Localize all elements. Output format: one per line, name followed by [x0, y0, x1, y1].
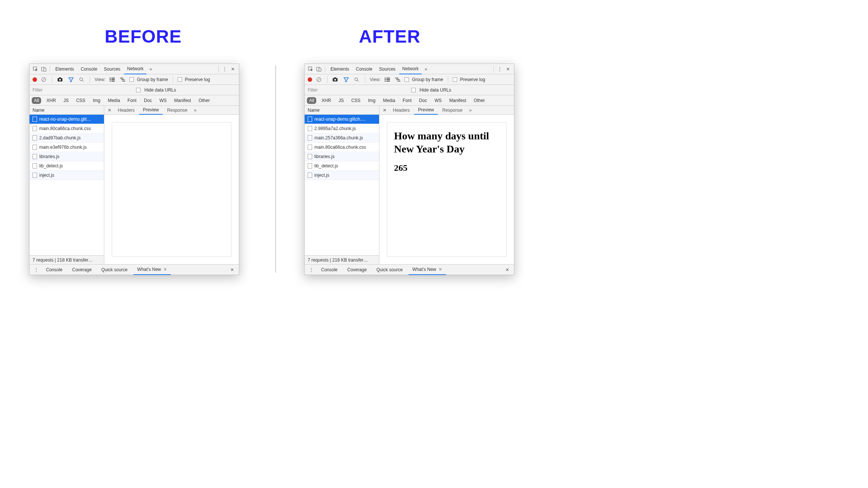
tab-elements[interactable]: Elements	[52, 64, 77, 74]
detail-close-icon[interactable]: ✕	[381, 106, 388, 114]
detail-tabs-overflow-icon[interactable]: »	[467, 108, 474, 113]
device-toolbar-icon[interactable]	[315, 65, 323, 73]
record-icon[interactable]	[33, 77, 37, 82]
tab-elements[interactable]: Elements	[327, 64, 352, 74]
type-manifest[interactable]: Manifest	[172, 97, 193, 104]
clear-icon[interactable]	[40, 76, 47, 83]
inspect-icon[interactable]	[307, 65, 314, 73]
type-js[interactable]: JS	[61, 97, 71, 104]
type-manifest[interactable]: Manifest	[447, 97, 468, 104]
detail-tab-preview[interactable]: Preview	[414, 106, 438, 115]
type-css[interactable]: CSS	[349, 97, 363, 104]
request-row[interactable]: lib_detect.js	[30, 161, 104, 171]
tab-network[interactable]: Network	[124, 64, 147, 74]
type-img[interactable]: Img	[366, 97, 378, 104]
view-list-icon[interactable]	[108, 76, 116, 83]
type-css[interactable]: CSS	[74, 97, 88, 104]
device-toolbar-icon[interactable]	[40, 65, 47, 73]
tab-sources[interactable]: Sources	[376, 64, 398, 74]
request-row[interactable]: main.80ca66ca.chunk.css	[305, 143, 379, 152]
screenshot-icon[interactable]	[57, 76, 64, 83]
hide-data-urls-checkbox[interactable]	[136, 88, 141, 92]
detail-tab-response[interactable]: Response	[163, 106, 191, 115]
record-icon[interactable]	[308, 77, 312, 82]
request-row[interactable]: inject.js	[305, 171, 379, 180]
drawer-tab-coverage[interactable]: Coverage	[68, 265, 95, 275]
search-icon[interactable]	[353, 76, 360, 83]
request-row[interactable]: inject.js	[30, 171, 104, 180]
drawer-tab-console[interactable]: Console	[42, 265, 66, 275]
type-media[interactable]: Media	[381, 97, 397, 104]
view-list-icon[interactable]	[384, 76, 391, 83]
drawer-tab-coverage[interactable]: Coverage	[344, 265, 370, 275]
detail-close-icon[interactable]: ✕	[106, 106, 113, 114]
close-icon[interactable]: ✕	[229, 65, 237, 73]
type-font[interactable]: Font	[125, 97, 139, 104]
type-other[interactable]: Other	[196, 97, 212, 104]
kebab-menu-icon[interactable]: ⋮	[496, 65, 504, 73]
detail-tab-headers[interactable]: Headers	[389, 106, 413, 115]
request-row[interactable]: lib_detect.js	[305, 161, 379, 171]
detail-tab-headers[interactable]: Headers	[114, 106, 138, 115]
drawer-tab-quicksource[interactable]: Quick source	[98, 265, 131, 275]
type-xhr[interactable]: XHR	[44, 97, 58, 104]
drawer-tab-close-icon[interactable]: ✕	[438, 267, 442, 272]
group-by-frame-checkbox[interactable]	[404, 77, 409, 82]
view-waterfall-icon[interactable]	[394, 76, 401, 83]
hide-data-urls-checkbox[interactable]	[411, 88, 416, 92]
drawer-tab-console[interactable]: Console	[317, 265, 341, 275]
request-row[interactable]: libraries.js	[30, 152, 104, 161]
filter-input[interactable]	[308, 87, 375, 93]
drawer-tab-quicksource[interactable]: Quick source	[373, 265, 406, 275]
drawer-menu-icon[interactable]: ⋮	[33, 266, 40, 274]
request-row[interactable]: libraries.js	[305, 152, 379, 161]
filter-input[interactable]	[33, 87, 100, 93]
close-icon[interactable]: ✕	[504, 65, 512, 73]
type-js[interactable]: JS	[336, 97, 346, 104]
view-waterfall-icon[interactable]	[119, 76, 126, 83]
tabs-overflow-icon[interactable]: »	[422, 67, 430, 72]
type-img[interactable]: Img	[90, 97, 102, 104]
drawer-tab-whatsnew[interactable]: What's New ✕	[133, 265, 171, 275]
inspect-icon[interactable]	[32, 65, 39, 73]
type-other[interactable]: Other	[471, 97, 487, 104]
request-row[interactable]: react-no-snap-demo.glit…	[30, 115, 104, 124]
request-row[interactable]: main.80ca66ca.chunk.css	[30, 124, 104, 133]
request-row[interactable]: 2.dad97bab.chunk.js	[30, 133, 104, 143]
type-font[interactable]: Font	[400, 97, 414, 104]
type-media[interactable]: Media	[105, 97, 122, 104]
preserve-log-checkbox[interactable]	[178, 77, 182, 82]
drawer-tab-close-icon[interactable]: ✕	[163, 267, 167, 272]
tab-sources[interactable]: Sources	[101, 64, 123, 74]
filter-icon[interactable]	[342, 76, 350, 83]
group-by-frame-checkbox[interactable]	[129, 77, 134, 82]
tab-console[interactable]: Console	[353, 64, 375, 74]
type-all[interactable]: All	[32, 97, 41, 104]
type-ws[interactable]: WS	[432, 97, 444, 104]
request-row[interactable]: react-snap-demo.glitch.…	[305, 115, 379, 124]
type-doc[interactable]: Doc	[417, 97, 429, 104]
type-doc[interactable]: Doc	[142, 97, 154, 104]
request-row[interactable]: 2.9895a7a2.chunk.js	[305, 124, 379, 133]
tab-console[interactable]: Console	[78, 64, 100, 74]
request-row[interactable]: main.e3ef976b.chunk.js	[30, 143, 104, 152]
drawer-close-icon[interactable]: ✕	[228, 266, 236, 274]
tab-network[interactable]: Network	[399, 64, 422, 74]
type-ws[interactable]: WS	[157, 97, 169, 104]
screenshot-icon[interactable]	[332, 76, 339, 83]
detail-tab-preview[interactable]: Preview	[139, 106, 163, 115]
search-icon[interactable]	[78, 76, 85, 83]
drawer-tab-whatsnew[interactable]: What's New ✕	[409, 265, 446, 275]
drawer-close-icon[interactable]: ✕	[504, 266, 511, 274]
filter-icon[interactable]	[67, 76, 75, 83]
type-all[interactable]: All	[307, 97, 316, 104]
preserve-log-checkbox[interactable]	[453, 77, 457, 82]
detail-tabs-overflow-icon[interactable]: »	[192, 108, 199, 113]
request-row[interactable]: main.257a366a.chunk.js	[305, 133, 379, 143]
clear-icon[interactable]	[315, 76, 323, 83]
kebab-menu-icon[interactable]: ⋮	[221, 65, 228, 73]
drawer-menu-icon[interactable]: ⋮	[308, 266, 315, 274]
detail-tab-response[interactable]: Response	[438, 106, 466, 115]
tabs-overflow-icon[interactable]: »	[147, 67, 154, 72]
type-xhr[interactable]: XHR	[319, 97, 333, 104]
